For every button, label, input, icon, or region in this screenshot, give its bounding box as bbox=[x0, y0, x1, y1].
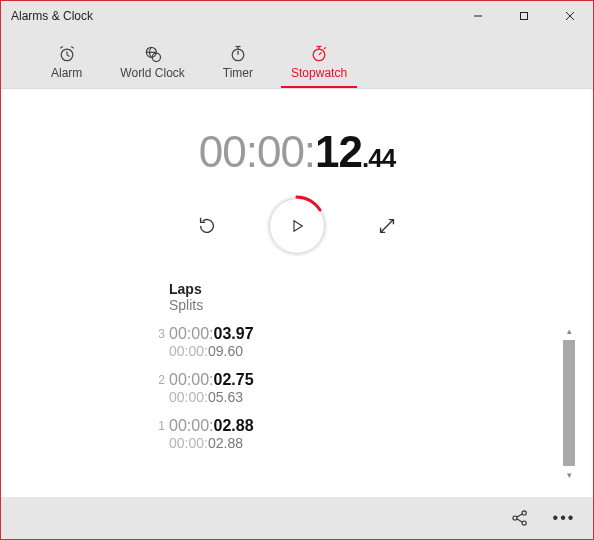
minimize-icon bbox=[473, 11, 483, 21]
svg-line-26 bbox=[517, 514, 523, 517]
timer-icon bbox=[228, 44, 248, 64]
lap-time: 00:00:03.97 bbox=[169, 325, 457, 343]
lap-time: 00:00:02.75 bbox=[169, 371, 457, 389]
window-title: Alarms & Clock bbox=[11, 9, 455, 23]
more-button[interactable]: ••• bbox=[547, 501, 581, 535]
laps-section: Laps Splits 3 00:00:03.97 00:00:09.60 2 … bbox=[137, 281, 457, 457]
tab-world-clock[interactable]: World Clock bbox=[110, 40, 194, 88]
tab-timer[interactable]: Timer bbox=[213, 40, 263, 88]
stopwatch-controls bbox=[194, 195, 400, 257]
lap-row: 2 00:00:02.75 00:00:05.63 bbox=[137, 365, 457, 411]
more-icon: ••• bbox=[553, 509, 576, 527]
stopwatch-icon bbox=[309, 44, 329, 64]
lap-time: 00:00:02.88 bbox=[169, 417, 457, 435]
tab-label: World Clock bbox=[120, 66, 184, 80]
reset-button[interactable] bbox=[194, 213, 220, 239]
reset-icon bbox=[196, 215, 218, 237]
minimize-button[interactable] bbox=[455, 1, 501, 31]
scroll-thumb[interactable] bbox=[563, 340, 575, 466]
time-display: 00:00:12.44 bbox=[199, 127, 395, 177]
title-bar: Alarms & Clock bbox=[1, 1, 593, 31]
laps-scrollbar[interactable]: ▴ ▾ bbox=[561, 323, 577, 483]
laps-headers: Laps Splits bbox=[169, 281, 457, 313]
laps-label: Laps bbox=[169, 281, 457, 297]
lap-number: 2 bbox=[137, 371, 165, 387]
svg-line-7 bbox=[60, 47, 63, 49]
scroll-down-icon[interactable]: ▾ bbox=[561, 467, 577, 483]
tab-label: Alarm bbox=[51, 66, 82, 80]
maximize-icon bbox=[519, 11, 529, 21]
expand-button[interactable] bbox=[374, 213, 400, 239]
svg-line-22 bbox=[381, 220, 394, 233]
tab-alarm[interactable]: Alarm bbox=[41, 40, 92, 88]
tab-label: Timer bbox=[223, 66, 253, 80]
time-hhmm: 00:00: bbox=[199, 127, 315, 176]
stopwatch-panel: 00:00:12.44 bbox=[1, 89, 593, 497]
tab-bar: Alarm World Clock Timer Stopwatch bbox=[1, 31, 593, 89]
split-time: 00:00:02.88 bbox=[169, 435, 457, 451]
expand-icon bbox=[376, 215, 398, 237]
scroll-up-icon[interactable]: ▴ bbox=[561, 323, 577, 339]
tab-stopwatch[interactable]: Stopwatch bbox=[281, 40, 357, 88]
svg-line-6 bbox=[67, 55, 70, 57]
world-clock-icon bbox=[143, 44, 163, 64]
svg-rect-1 bbox=[521, 13, 528, 20]
lap-number: 3 bbox=[137, 325, 165, 341]
lap-row: 3 00:00:03.97 00:00:09.60 bbox=[137, 319, 457, 365]
svg-point-23 bbox=[513, 516, 517, 520]
svg-point-24 bbox=[522, 511, 526, 515]
bottom-bar: ••• bbox=[1, 497, 593, 539]
close-icon bbox=[565, 11, 575, 21]
svg-point-25 bbox=[522, 521, 526, 525]
play-button-wrap bbox=[266, 195, 328, 257]
splits-label: Splits bbox=[169, 297, 457, 313]
time-frac: 44 bbox=[368, 143, 395, 173]
lap-row: 1 00:00:02.88 00:00:02.88 bbox=[137, 411, 457, 457]
maximize-button[interactable] bbox=[501, 1, 547, 31]
share-button[interactable] bbox=[503, 501, 537, 535]
close-button[interactable] bbox=[547, 1, 593, 31]
svg-line-19 bbox=[324, 47, 326, 49]
lap-number: 1 bbox=[137, 417, 165, 433]
svg-line-27 bbox=[517, 519, 523, 522]
split-time: 00:00:05.63 bbox=[169, 389, 457, 405]
share-icon bbox=[510, 508, 530, 528]
progress-ring bbox=[266, 195, 328, 257]
svg-line-8 bbox=[71, 47, 74, 49]
split-time: 00:00:09.60 bbox=[169, 343, 457, 359]
tab-label: Stopwatch bbox=[291, 66, 347, 80]
svg-line-16 bbox=[319, 52, 322, 55]
time-ss: 12 bbox=[315, 127, 362, 176]
alarm-icon bbox=[57, 44, 77, 64]
